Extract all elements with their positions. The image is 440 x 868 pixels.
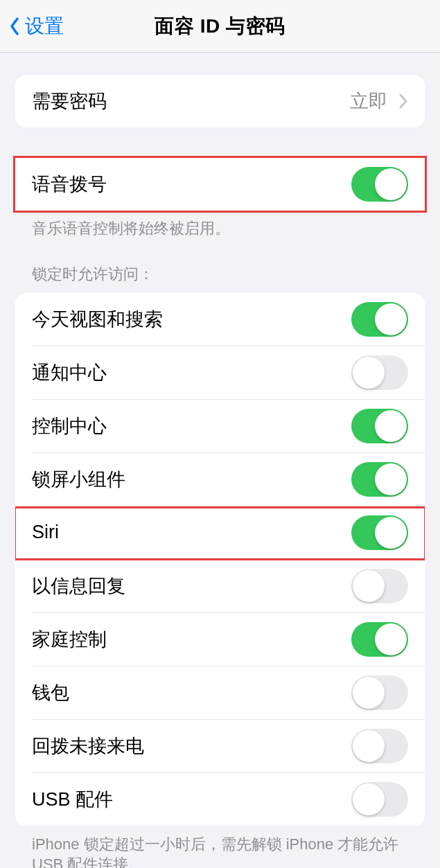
locked-item-toggle[interactable] xyxy=(351,462,408,497)
locked-item-label: 回拨未接来电 xyxy=(32,734,144,759)
header-bar: 设置 面容 ID 与密码 xyxy=(0,0,440,53)
locked-item-row[interactable]: 家庭控制 xyxy=(15,613,425,666)
locked-item-row[interactable]: 钱包 xyxy=(15,666,425,719)
require-passcode-label: 需要密码 xyxy=(32,89,107,114)
chevron-right-icon xyxy=(398,93,408,109)
page-title: 面容 ID 与密码 xyxy=(155,13,285,39)
usb-footnote: iPhone 锁定超过一小时后，需先解锁 iPhone 才能允许 USB 配件连… xyxy=(15,826,425,868)
locked-item-row[interactable]: 回拨未接来电 xyxy=(15,720,425,772)
voice-dial-row[interactable]: 语音拨号 xyxy=(15,158,425,211)
locked-item-row[interactable]: 控制中心 xyxy=(15,400,425,452)
require-passcode-row[interactable]: 需要密码 立即 xyxy=(15,75,425,127)
voice-dial-label: 语音拨号 xyxy=(32,172,107,197)
chevron-left-icon xyxy=(7,15,22,38)
locked-item-label: 通知中心 xyxy=(32,360,107,385)
locked-access-group: 今天视图和搜索通知中心控制中心锁屏小组件Siri以信息回复家庭控制钱包回拨未接来… xyxy=(15,293,425,826)
locked-item-label: 锁屏小组件 xyxy=(32,467,125,492)
voice-dial-footnote: 音乐语音控制将始终被启用。 xyxy=(15,211,425,239)
locked-item-label: 以信息回复 xyxy=(32,574,125,599)
locked-item-label: 控制中心 xyxy=(32,414,107,439)
locked-item-toggle[interactable] xyxy=(351,675,408,710)
locked-item-toggle[interactable] xyxy=(351,355,408,390)
require-passcode-group: 需要密码 立即 xyxy=(15,75,425,127)
locked-item-row[interactable]: USB 配件 xyxy=(15,773,425,826)
locked-item-label: 钱包 xyxy=(32,680,69,705)
voice-dial-group: 语音拨号 xyxy=(15,158,425,211)
locked-item-row[interactable]: Siri xyxy=(15,506,425,559)
locked-item-label: 今天视图和搜索 xyxy=(32,307,163,332)
back-button[interactable]: 设置 xyxy=(0,13,64,39)
locked-item-toggle[interactable] xyxy=(351,409,408,443)
locked-item-label: USB 配件 xyxy=(32,787,113,812)
locked-item-label: 家庭控制 xyxy=(32,627,107,652)
locked-item-toggle[interactable] xyxy=(351,302,408,337)
locked-item-toggle[interactable] xyxy=(351,515,408,550)
locked-item-toggle[interactable] xyxy=(351,622,408,657)
locked-item-toggle[interactable] xyxy=(351,729,408,763)
locked-item-toggle[interactable] xyxy=(351,569,408,603)
locked-item-row[interactable]: 以信息回复 xyxy=(15,560,425,612)
locked-item-label: Siri xyxy=(32,522,59,543)
locked-item-row[interactable]: 锁屏小组件 xyxy=(15,453,425,506)
locked-item-row[interactable]: 今天视图和搜索 xyxy=(15,293,425,346)
locked-section-header: 锁定时允许访问： xyxy=(15,239,425,293)
require-passcode-value: 立即 xyxy=(350,89,408,114)
locked-item-row[interactable]: 通知中心 xyxy=(15,346,425,399)
voice-dial-toggle[interactable] xyxy=(351,167,408,202)
back-label: 设置 xyxy=(25,13,64,39)
locked-item-toggle[interactable] xyxy=(351,782,408,817)
